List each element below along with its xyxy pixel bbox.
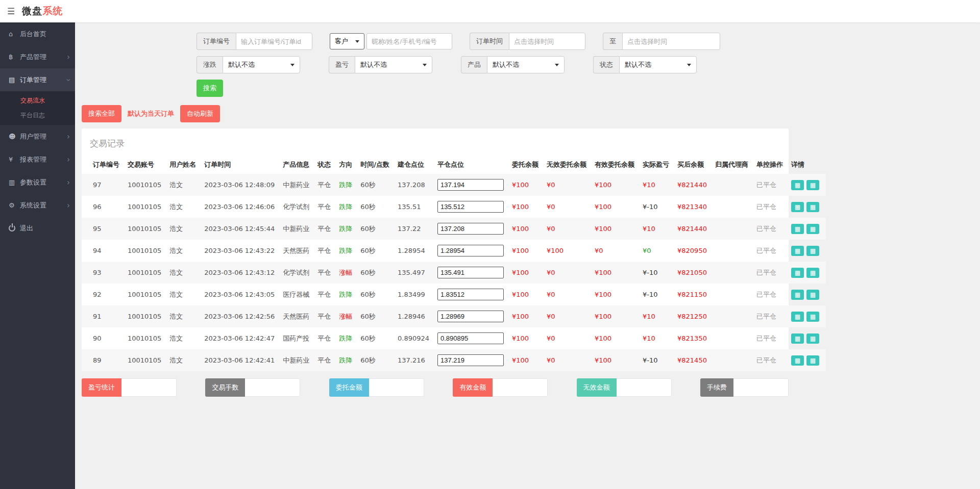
order-detail-button[interactable]: ▦ (791, 246, 804, 256)
product-select[interactable]: 默认不选 (487, 56, 565, 73)
updown-select[interactable]: 默认不选 (223, 56, 300, 73)
cell: 浩文 (165, 349, 200, 371)
order-detail-button[interactable]: ▦ (791, 355, 804, 366)
cell: 平仓 (313, 196, 335, 218)
cell: ¥0 (543, 284, 591, 305)
cell: 平仓 (313, 327, 335, 349)
table-grid-icon: ▦ (810, 226, 816, 232)
sidebar: ⌂后台首页฿产品管理›▤订单管理›交易流水平台日志☻用户管理›¥报表管理›▥参数… (0, 22, 75, 489)
column-header: 单控操作 (752, 156, 787, 174)
close-point-input[interactable] (437, 245, 504, 256)
cell: ¥100 (591, 218, 639, 240)
cell: 平仓 (313, 262, 335, 284)
cell (711, 240, 752, 262)
status-select[interactable]: 默认不选 (619, 56, 697, 73)
cell: 浩文 (165, 174, 200, 196)
pnl-label: 盈亏 (329, 56, 355, 73)
order-no-input[interactable] (236, 33, 312, 50)
order-detail-button[interactable]: ▦ (806, 290, 819, 300)
cell: 10010105 (124, 196, 165, 218)
close-point-input[interactable] (437, 179, 504, 191)
power-icon (9, 225, 15, 231)
close-point-input[interactable] (437, 332, 504, 344)
auto-refresh-button[interactable]: 自动刷新 (180, 105, 220, 122)
order-detail-button[interactable]: ▦ (806, 333, 819, 344)
search-button[interactable]: 搜索 (197, 80, 223, 97)
summary-label[interactable]: 交易手数 (205, 378, 245, 397)
product-select-value: 默认不选 (493, 60, 519, 69)
order-detail-button[interactable]: ▦ (806, 355, 819, 366)
cell: 2023-03-06 12:42:41 (200, 349, 279, 371)
table-grid-icon: ▦ (795, 270, 800, 276)
summary-label[interactable]: 盈亏统计 (82, 378, 121, 397)
customer-type-select[interactable]: 客户 (330, 33, 364, 49)
cell: ¥821050 (673, 262, 711, 284)
sidebar-subitem-trade-flow[interactable]: 交易流水 (0, 93, 75, 108)
order-detail-button[interactable]: ▦ (791, 202, 804, 212)
order-detail-button[interactable]: ▦ (806, 246, 819, 256)
table-header-row: 订单编号交易账号用户姓名订单时间产品信息状态方向时间/点数建仓点位平仓点位委托余… (82, 156, 826, 174)
cell: ¥10 (639, 327, 673, 349)
status-label: 状态 (593, 56, 619, 73)
time-to-input[interactable] (622, 33, 720, 50)
search-all-button[interactable]: 搜索全部 (82, 105, 121, 122)
cell: ¥821440 (673, 218, 711, 240)
cell: ¥10 (639, 305, 673, 327)
close-point-input[interactable] (437, 201, 504, 213)
cell: 2023-03-06 12:45:44 (200, 218, 279, 240)
order-detail-button[interactable]: ▦ (806, 268, 819, 278)
dashboard-icon: ⌂ (9, 30, 20, 38)
sidebar-item-reports[interactable]: ¥报表管理› (0, 148, 75, 171)
sidebar-item-logout[interactable]: 退出 (0, 217, 75, 240)
sidebar-item-params[interactable]: ▥参数设置› (0, 171, 75, 194)
sidebar-item-label: 报表管理 (20, 155, 67, 164)
close-point-input[interactable] (437, 354, 504, 366)
close-point-input[interactable] (437, 289, 504, 300)
close-point-input[interactable] (437, 223, 504, 235)
cell: ¥100 (591, 174, 639, 196)
cell: 跌降 (335, 284, 356, 305)
cell: 2023-03-06 12:43:22 (200, 240, 279, 262)
column-header: 交易账号 (124, 156, 165, 174)
detail-cell: ▦▦ (787, 262, 826, 284)
close-point-input[interactable] (437, 311, 504, 322)
order-detail-button[interactable]: ▦ (791, 333, 804, 344)
to-label: 至 (603, 33, 622, 50)
column-header: 方向 (335, 156, 356, 174)
sidebar-subitem-platform-log[interactable]: 平台日志 (0, 108, 75, 123)
table-row: 9010010105浩文2023-03-06 12:42:47国药产投平仓跌降6… (82, 327, 826, 349)
pnl-select[interactable]: 默认不选 (355, 56, 432, 73)
customer-input[interactable] (366, 33, 452, 49)
sidebar-item-home[interactable]: ⌂后台首页 (0, 22, 75, 45)
order-detail-button[interactable]: ▦ (791, 224, 804, 234)
order-detail-button[interactable]: ▦ (791, 290, 804, 300)
sidebar-item-products[interactable]: ฿产品管理› (0, 45, 75, 68)
order-detail-button[interactable]: ▦ (806, 224, 819, 234)
cell: 137.216 (394, 349, 433, 371)
sidebar-item-orders[interactable]: ▤订单管理› (0, 68, 75, 91)
time-from-input[interactable] (509, 33, 585, 50)
summary-label[interactable]: 有效金额 (453, 378, 493, 397)
sidebar-item-users[interactable]: ☻用户管理› (0, 125, 75, 148)
cell: 2023-03-06 12:43:12 (200, 262, 279, 284)
sidebar-item-system[interactable]: ⚙系统设置› (0, 194, 75, 217)
order-detail-button[interactable]: ▦ (791, 312, 804, 322)
summary-label[interactable]: 无效金额 (577, 378, 617, 397)
order-detail-button[interactable]: ▦ (806, 202, 819, 212)
order-detail-button[interactable]: ▦ (806, 312, 819, 322)
close-point-input[interactable] (437, 267, 504, 278)
cell: 60秒 (356, 196, 394, 218)
sidebar-item-label: 订单管理 (20, 75, 67, 85)
order-detail-button[interactable]: ▦ (806, 180, 819, 190)
column-header: 时间/点数 (356, 156, 394, 174)
cell: 平仓 (313, 240, 335, 262)
order-detail-button[interactable]: ▦ (791, 268, 804, 278)
cell: 跌降 (335, 218, 356, 240)
summary-label[interactable]: 委托金额 (329, 378, 369, 397)
hamburger-menu-icon[interactable]: ☰ (7, 6, 15, 16)
main-content: 订单编号 客户 订单时间 至 (75, 22, 980, 489)
cell: 10010105 (124, 240, 165, 262)
cell: 中新药业 (279, 349, 313, 371)
summary-label[interactable]: 手续费 (700, 378, 733, 397)
order-detail-button[interactable]: ▦ (791, 180, 804, 190)
